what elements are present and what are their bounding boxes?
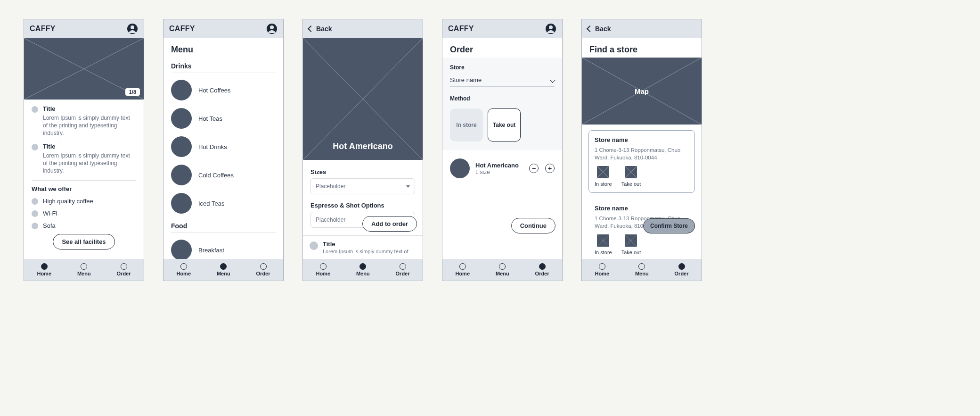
store-select-value: Store name [450,76,482,83]
tab-label: Order [675,271,689,276]
hero-image-placeholder[interactable]: 1/8 [24,38,144,100]
map-placeholder[interactable]: Map [582,58,702,125]
app-bar: CAFFY [163,19,283,38]
store-card[interactable]: Store name 1 Chome-3-13 Ropponmatsu, Chu… [588,130,695,193]
menu-item[interactable]: Hot Coffees [163,76,283,104]
map-label: Map [582,58,702,125]
tab-label: Order [396,271,410,276]
tab-home[interactable]: Home [455,263,470,276]
carousel-counter: 1/8 [125,88,140,96]
store-option-label: Take out [621,250,641,255]
add-to-order-button[interactable]: Add to order [362,216,417,232]
image-placeholder-icon [625,166,637,178]
tab-menu[interactable]: Menu [77,263,91,276]
tab-label: Menu [217,271,230,276]
menu-item-image-icon [171,240,192,259]
svg-line-14 [625,166,637,178]
offer-label: High quality coffee [43,198,93,205]
back-label: Back [595,25,611,33]
tab-order[interactable]: Order [396,263,410,276]
tab-bar: Home Menu Order [163,259,283,281]
quantity-minus-button[interactable]: − [529,164,539,173]
page-title: Menu [163,38,283,58]
back-button[interactable]: Back [309,25,332,33]
brand-logo: CAFFY [30,25,56,33]
method-in-store-button[interactable]: In store [450,108,483,141]
back-button[interactable]: Back [588,25,611,33]
news-item[interactable]: Title Lorem Ipsum is simply dummy text o… [32,105,136,137]
confirm-store-button[interactable]: Confirm Store [643,218,695,233]
store-name: Store name [595,205,689,212]
cart-item-name: Hot Americano [475,162,519,169]
menu-item[interactable]: Hot Drinks [163,133,283,161]
tab-label: Order [535,271,549,276]
svg-line-19 [625,234,637,247]
image-placeholder-icon [597,234,609,247]
size-select[interactable]: Placeholder [310,178,415,194]
bottom-sheet[interactable]: Title Lorem Ipsum is simply dummy text o… [303,235,423,259]
bullet-icon [32,223,38,229]
field-label-method: Method [450,95,555,102]
store-name: Store name [595,136,689,143]
tab-menu[interactable]: Menu [356,263,370,276]
bullet-icon [32,144,38,150]
tab-order[interactable]: Order [675,263,689,276]
account-icon[interactable] [266,23,278,34]
menu-item[interactable]: Breakfast [163,236,283,259]
tab-menu[interactable]: Menu [217,263,230,276]
field-label-shot: Espresso & Shot Options [310,202,415,209]
svg-point-9 [549,25,553,29]
menu-item[interactable]: Hot Teas [163,104,283,133]
tab-home[interactable]: Home [595,263,609,276]
menu-item[interactable]: Iced Teas [163,189,283,217]
sheet-title: Title [323,241,416,248]
menu-item-label: Hot Coffees [198,87,230,94]
quantity-plus-button[interactable]: + [545,164,555,173]
product-image-placeholder: Hot Americano [303,38,423,160]
account-icon[interactable] [127,23,138,34]
tab-indicator-icon [180,263,187,270]
image-placeholder-icon [625,234,637,247]
select-placeholder: Placeholder [316,216,345,223]
tab-indicator-icon [260,263,267,270]
image-placeholder-icon [597,166,609,178]
tab-label: Order [117,271,131,276]
method-take-out-button[interactable]: Take out [488,108,521,141]
continue-button[interactable]: Continue [511,218,555,233]
svg-line-12 [597,166,609,178]
news-item[interactable]: Title Lorem Ipsum is simply dummy text o… [32,143,136,175]
tab-bar: Home Menu Order [303,259,423,281]
tab-home[interactable]: Home [316,263,330,276]
tab-order[interactable]: Order [117,263,131,276]
store-option-in-store[interactable]: In store [595,166,612,187]
store-option-label: Take out [621,181,641,187]
tab-label: Menu [496,271,509,276]
tab-menu[interactable]: Menu [496,263,509,276]
bullet-icon [32,106,38,113]
menu-item-image-icon [171,165,192,185]
tab-home[interactable]: Home [37,263,51,276]
tab-home[interactable]: Home [176,263,191,276]
tab-order[interactable]: Order [256,263,270,276]
news-title: Title [43,105,136,112]
see-all-facilities-button[interactable]: See all facilites [53,234,114,250]
menu-item[interactable]: Cold Coffees [163,161,283,189]
svg-point-1 [131,25,134,29]
tab-menu[interactable]: Menu [635,263,649,276]
tab-order[interactable]: Order [535,263,549,276]
store-option-in-store[interactable]: In store [595,234,612,255]
store-select[interactable]: Store name [450,74,555,87]
account-icon[interactable] [545,23,556,34]
menu-item-image-icon [171,193,192,214]
store-option-label: In store [595,250,612,255]
store-option-take-out[interactable]: Take out [621,166,641,187]
tab-bar: Home Menu Order [582,259,702,281]
tab-indicator-icon [81,263,87,270]
tab-label: Home [176,271,191,276]
store-option-take-out[interactable]: Take out [621,234,641,255]
back-bar: Back [303,19,423,38]
news-desc: Lorem Ipsum is simply dummy text of the … [43,114,136,137]
cart-item: Hot Americano L size − + [442,150,562,187]
tab-indicator-icon [459,263,466,270]
svg-point-5 [270,25,274,29]
